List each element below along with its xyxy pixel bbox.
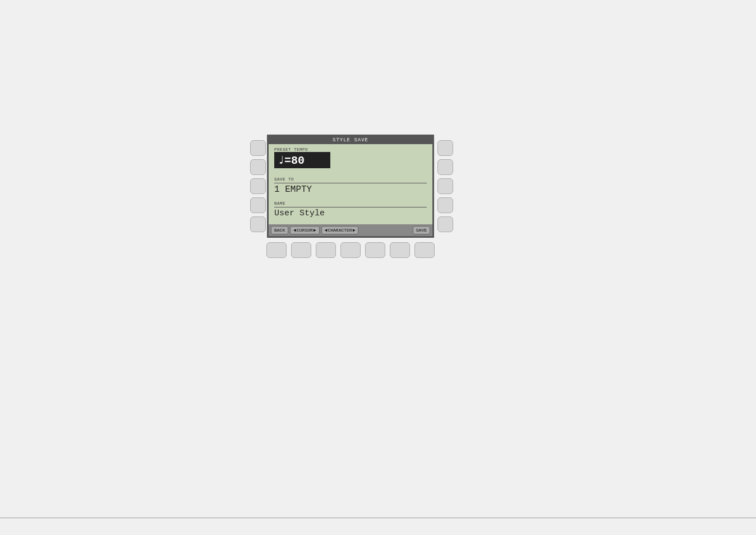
lcd-bottom-bar: BACK ◄ CURSOR ► ◄ CHARACTER ► SAVE <box>269 224 432 236</box>
character-button[interactable]: ◄ CHARACTER ► <box>321 226 359 234</box>
bottom-btn-3[interactable] <box>316 242 336 258</box>
name-section: NAME User Style <box>274 201 427 218</box>
bottom-btn-4[interactable] <box>340 242 361 258</box>
left-btn-5[interactable] <box>250 216 266 232</box>
preset-tempo-label: PRESET TEMPO <box>274 147 427 152</box>
right-btn-1[interactable] <box>437 140 453 156</box>
lcd-content: PRESET TEMPO ♩=80 SAVE TO 1 EMPTY NAME U… <box>269 144 432 224</box>
name-value: User Style <box>274 209 427 218</box>
left-btn-2[interactable] <box>250 159 266 175</box>
bottom-btn-5[interactable] <box>365 242 385 258</box>
right-btn-5[interactable] <box>437 216 453 232</box>
save-button[interactable]: SAVE <box>413 226 430 234</box>
cursor-button[interactable]: ◄ CURSOR ► <box>290 226 319 234</box>
bottom-btn-7[interactable] <box>414 242 435 258</box>
save-to-section: SAVE TO 1 EMPTY <box>274 177 427 199</box>
spacer1 <box>274 174 427 175</box>
save-to-label: SAVE TO <box>274 177 427 183</box>
device-container: STYLE SAVE PRESET TEMPO ♩=80 SAVE TO 1 E… <box>247 135 454 258</box>
lcd-screen: STYLE SAVE PRESET TEMPO ♩=80 SAVE TO 1 E… <box>267 135 434 238</box>
name-label: NAME <box>274 201 427 207</box>
left-side-buttons <box>247 135 267 238</box>
bottom-divider <box>0 518 756 518</box>
left-btn-1[interactable] <box>250 140 266 156</box>
right-btn-4[interactable] <box>437 197 453 213</box>
bottom-btn-6[interactable] <box>390 242 410 258</box>
screen-title: STYLE SAVE <box>269 136 432 144</box>
bottom-buttons-row <box>247 242 454 258</box>
screen-area: STYLE SAVE PRESET TEMPO ♩=80 SAVE TO 1 E… <box>247 135 454 238</box>
right-btn-2[interactable] <box>437 159 453 175</box>
spacer2 <box>274 220 427 222</box>
bottom-btn-2[interactable] <box>291 242 311 258</box>
right-btn-3[interactable] <box>437 178 453 194</box>
preset-tempo-section: PRESET TEMPO ♩=80 <box>274 147 427 172</box>
bottom-btn-1[interactable] <box>266 242 287 258</box>
left-btn-3[interactable] <box>250 178 266 194</box>
save-to-value: 1 EMPTY <box>274 185 427 195</box>
right-side-buttons <box>434 135 454 238</box>
back-button[interactable]: BACK <box>271 226 288 234</box>
preset-tempo-value: ♩=80 <box>274 152 330 168</box>
left-btn-4[interactable] <box>250 197 266 213</box>
